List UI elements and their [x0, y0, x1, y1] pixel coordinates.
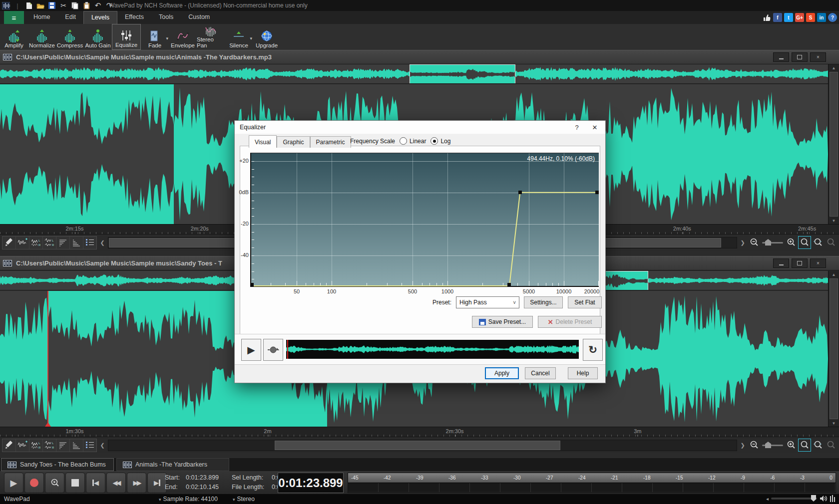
dialog-titlebar[interactable]: Equalizer ? ✕ [235, 121, 605, 134]
play-button[interactable]: ▶ [4, 473, 23, 493]
sample-rate-dropdown[interactable]: ▾Sample Rate: 44100 [159, 496, 218, 503]
save-preset-button[interactable]: Save Preset... [472, 316, 533, 328]
volume-slider[interactable] [771, 498, 817, 500]
window2-overview-selection[interactable] [604, 271, 648, 290]
scrub-button[interactable] [45, 473, 64, 493]
menu-tab-edit[interactable]: Edit [57, 11, 83, 24]
window2-scroll-left-button[interactable]: ❮ [98, 439, 107, 452]
twitter-icon[interactable]: t [784, 13, 793, 22]
stumbleupon-icon[interactable]: S [806, 13, 815, 22]
window2-time-ruler[interactable]: 1m:30s2m2m:30s3m [0, 427, 839, 438]
window2-vscrollbar-thumb[interactable] [830, 278, 838, 419]
ribbon-button-fade[interactable]: ▾Fade [141, 24, 169, 50]
separator-icon[interactable]: | [13, 1, 21, 9]
rewind-button[interactable]: ◀◀ [106, 473, 126, 493]
record-button[interactable] [24, 473, 44, 493]
eq-graph[interactable]: 494.44Hz, 0.10% (-60dB) [250, 153, 599, 287]
eq-curve-handle[interactable] [507, 283, 511, 286]
frequency-scale-radio-linear[interactable]: Linear [400, 137, 426, 145]
preview-play-button[interactable]: ▶ [241, 339, 261, 361]
open-file-icon[interactable] [36, 1, 44, 9]
settings-button[interactable]: Settings... [524, 296, 563, 308]
window1-close-button[interactable]: × [810, 52, 826, 62]
ribbon-button-stereo-pan[interactable]: Stereo Pan [197, 24, 225, 50]
delete-preset-button[interactable]: ✕Delete Preset [538, 316, 602, 328]
ribbon-button-equalize[interactable]: Equalize [112, 24, 141, 50]
window2-close-button[interactable]: × [810, 258, 826, 268]
waveform-dual-button[interactable]: LR [43, 439, 56, 452]
dialog-tab-parametric[interactable]: Parametric [310, 136, 351, 148]
window1-selection[interactable] [0, 84, 174, 224]
save-file-icon[interactable] [48, 1, 56, 9]
dialog-help-button[interactable]: ? [568, 121, 585, 134]
window1-maximize-button[interactable] [792, 52, 808, 62]
new-file-icon[interactable] [25, 1, 33, 9]
ribbon-button-amplify[interactable]: Amplify [0, 24, 28, 50]
copy-icon[interactable] [71, 1, 79, 9]
window1-vertical-scrollbar[interactable]: ▲▼ [828, 64, 839, 224]
cancel-button[interactable]: Cancel [525, 367, 556, 379]
stop-button[interactable] [65, 473, 85, 493]
eq-curve-handle[interactable] [518, 191, 522, 194]
eq-curve[interactable] [250, 153, 599, 287]
ribbon-button-compress[interactable]: Compress [56, 24, 84, 50]
linkedin-icon[interactable]: in [817, 13, 826, 22]
speaker-icon[interactable] [820, 495, 828, 502]
window1-zoom-selection-button[interactable] [798, 236, 811, 249]
paste-icon[interactable] [82, 1, 90, 9]
file-tab-2[interactable]: Animals -The Yardbarkers [116, 458, 229, 471]
facebook-icon[interactable]: f [773, 13, 782, 22]
window1-scroll-up-button[interactable]: ▲ [829, 64, 839, 71]
window2-scroll-right-button[interactable]: ❯ [738, 439, 747, 452]
window2-maximize-button[interactable] [792, 258, 808, 268]
waveform-dual-button[interactable]: LR [43, 237, 56, 249]
waveform-mono-button[interactable] [16, 439, 29, 452]
window2-horizontal-scrollbar[interactable] [108, 440, 737, 451]
window1-zoom-fit-button[interactable] [812, 237, 824, 249]
window1-zoom-slider[interactable] [761, 237, 784, 249]
fade-in-button[interactable] [56, 237, 70, 249]
window2-minimize-button[interactable] [773, 258, 789, 268]
volume-slider-thumb[interactable] [811, 495, 816, 502]
eq-curve-handle[interactable] [250, 283, 254, 286]
dialog-tab-visual[interactable]: Visual [249, 135, 277, 148]
window2-scrollbar-thumb[interactable] [275, 441, 560, 450]
window2-zoom-selection-button[interactable] [798, 439, 811, 452]
fast-forward-button[interactable]: ▶▶ [127, 473, 146, 493]
window1-zoom-out-button[interactable] [748, 237, 760, 249]
window2-zoom-slider[interactable] [761, 439, 784, 451]
eq-curve-handle[interactable] [595, 191, 599, 194]
window1-scroll-left-button[interactable]: ❮ [98, 237, 107, 249]
levels-icon[interactable] [830, 495, 836, 502]
hamburger-menu-button[interactable]: ≡ [4, 11, 24, 24]
waveform-mono-button[interactable] [16, 237, 29, 249]
file-tab-1[interactable]: Sandy Toes - The Beach Bums [1, 458, 114, 471]
fade-out-button[interactable] [70, 439, 83, 452]
cut-icon[interactable]: ✂ [59, 1, 67, 9]
playlist-button[interactable] [83, 439, 96, 452]
fade-in-button[interactable] [56, 439, 70, 452]
playlist-button[interactable] [83, 237, 96, 249]
waveform-stereo-button[interactable]: LR [29, 439, 43, 452]
ribbon-button-upgrade[interactable]: Upgrade [253, 24, 281, 50]
window1-vscrollbar-thumb[interactable] [830, 72, 838, 217]
skip-to-end-button[interactable]: ▶ [147, 473, 167, 493]
menu-tab-levels[interactable]: Levels [83, 11, 117, 24]
skip-to-start-button[interactable]: ◀ [86, 473, 105, 493]
window2-zoom-slider-knob[interactable] [765, 442, 771, 448]
ribbon-button-envelope[interactable]: Envelope [169, 24, 197, 50]
window1-overview-strip[interactable] [0, 64, 828, 84]
window2-zoom-in-button[interactable] [785, 439, 797, 451]
help-icon[interactable]: ? [828, 13, 837, 22]
loop-playback-button[interactable] [263, 339, 283, 361]
menu-tab-tools[interactable]: Tools [151, 11, 181, 24]
window2-zoom-fit-button[interactable] [812, 439, 824, 451]
undo-icon[interactable]: ↶ [94, 1, 102, 9]
window1-titlebar[interactable]: C:\Users\Public\Music\Sample Music\Sampl… [0, 50, 839, 64]
frequency-scale-radio-log[interactable]: Log [430, 137, 450, 145]
window1-zoom-slider-knob[interactable] [765, 239, 771, 246]
set-flat-button[interactable]: Set Flat [568, 296, 602, 308]
like-icon[interactable] [762, 13, 771, 22]
window2-zoom-vertical-button[interactable] [825, 439, 837, 451]
window1-scroll-down-button[interactable]: ▼ [829, 217, 839, 224]
